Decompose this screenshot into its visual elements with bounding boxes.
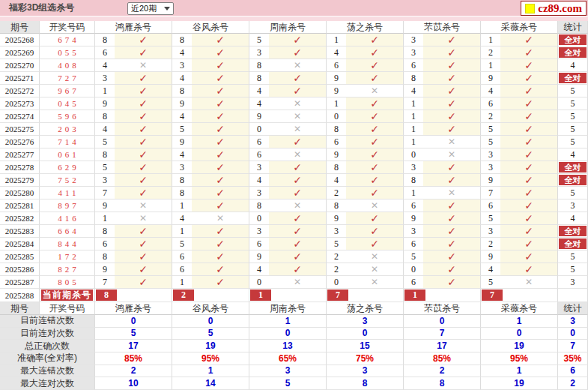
expert-kill-cell: 9✓	[481, 250, 558, 263]
kill-number: 3	[404, 225, 423, 237]
kill-number: 0	[327, 110, 346, 122]
draw-numbers: 844	[40, 238, 95, 250]
kill-number: 4	[481, 263, 500, 275]
period-cell: 2025278	[0, 161, 40, 174]
expert-kill-cell: 5✓	[95, 136, 172, 148]
expert-kill-cell: 2✓	[481, 46, 558, 59]
check-icon: ✓	[423, 161, 480, 173]
kill-table-row: 20252730459✓9✓4✕1✓1✓6✓5	[0, 98, 588, 110]
column-header: 谷风杀号	[172, 302, 249, 315]
check-icon: ✓	[269, 85, 326, 97]
stat-value: 6	[558, 365, 588, 378]
kill-number: 1	[327, 98, 346, 110]
cross-icon: ✕	[192, 212, 249, 224]
site-logo[interactable]: cz89.com	[521, 1, 587, 16]
cross-icon: ✕	[346, 263, 403, 275]
expert-kill-cell: 3✓	[172, 59, 249, 72]
stat-value: 3	[249, 365, 327, 378]
expert-kill-cell: 8✓	[404, 72, 481, 85]
kill-number: 8	[95, 110, 115, 122]
kill-number: 3	[249, 46, 269, 58]
kill-number: 4	[249, 174, 269, 186]
check-icon: ✓	[115, 110, 172, 122]
expert-kill-cell: 7✓	[95, 276, 172, 289]
expert-kill-cell: 6✓	[95, 46, 172, 59]
expert-kill-cell: 0✓	[327, 110, 404, 123]
kill-number: 8	[404, 72, 423, 84]
cross-icon: ✕	[269, 148, 326, 160]
stat-value: 5	[95, 328, 172, 340]
check-icon: ✓	[115, 238, 172, 250]
stat-value: 10	[95, 377, 172, 390]
kill-number: 9	[481, 72, 500, 84]
stat-value: 5	[172, 328, 249, 340]
expert-kill-cell: 9✓	[481, 174, 558, 187]
expert-kill-cell: 4✓	[481, 263, 558, 276]
kill-table-row: 20252797523✓8✓4✓4✓8✓9✓全对	[0, 174, 588, 187]
draw-numbers: 752	[40, 174, 95, 187]
expert-kill-cell: 3✓	[481, 161, 558, 174]
check-icon: ✓	[423, 85, 480, 97]
draw-numbers: 629	[40, 161, 95, 174]
check-icon: ✓	[423, 174, 480, 186]
kill-number: 0	[249, 212, 269, 224]
cross-icon: ✕	[115, 59, 172, 71]
row-stat-cell: 全对	[558, 225, 588, 238]
check-icon: ✓	[192, 174, 249, 186]
all-correct-badge: 全对	[559, 73, 587, 83]
kill-number: 4	[172, 212, 192, 224]
check-icon: ✓	[192, 46, 249, 58]
check-icon: ✓	[269, 187, 326, 199]
check-icon: ✓	[500, 174, 557, 186]
check-icon: ✓	[500, 212, 557, 224]
period-cell: 2025288	[0, 289, 40, 302]
expert-kill-cell: 8✓	[404, 174, 481, 187]
stats-row-label: 最大连错次数	[0, 365, 95, 378]
kill-table-row: 20252690556✓4✓3✓4✓3✓2✓全对	[0, 46, 588, 59]
kill-number: 6	[172, 250, 192, 262]
kill-number: 1	[327, 34, 346, 46]
kill-number: 8	[404, 174, 423, 186]
expert-kill-cell: 6✓	[249, 136, 327, 148]
period-cell: 2025284	[0, 238, 40, 250]
kill-number: 8	[172, 85, 192, 97]
expert-kill-cell: 0✕	[327, 276, 404, 289]
stat-value: 0	[558, 328, 588, 340]
stat-value: 19	[172, 340, 249, 352]
column-header: 期号	[0, 21, 40, 34]
kill-number: 8	[327, 161, 346, 173]
kill-number: 5	[249, 34, 269, 46]
check-icon: ✓	[346, 136, 403, 148]
check-icon: ✓	[423, 276, 480, 288]
kill-number: 1	[172, 276, 192, 288]
check-icon: ✓	[423, 200, 480, 212]
cross-icon: ✕	[269, 59, 326, 71]
expert-kill-cell: 1✓	[172, 200, 249, 212]
kill-number: 4	[327, 174, 346, 186]
stats-row-label: 准确率(全对率)	[0, 352, 95, 365]
row-stat-cell: 全对	[558, 238, 588, 250]
expert-kill-cell: 1✓	[327, 98, 404, 110]
expert-kill-cell: 4✓	[172, 110, 249, 123]
expert-kill-cell: 8✓	[95, 110, 172, 123]
kill-table-row: 20252745968✓4✓9✕0✓1✓2✓5	[0, 110, 588, 123]
check-icon: ✓	[423, 46, 480, 58]
check-icon: ✓	[346, 46, 403, 58]
kill-table-row: 20252851728✓6✓9✓2✕5✓9✓5	[0, 250, 588, 263]
range-select[interactable]: 近20期	[127, 2, 174, 15]
check-icon: ✓	[115, 72, 172, 84]
kill-number: 9	[95, 200, 115, 212]
stat-value: 2	[558, 377, 588, 390]
check-icon: ✓	[500, 123, 557, 135]
stat-value: 1	[249, 315, 327, 328]
expert-kill-cell: 5✓	[172, 123, 249, 136]
expert-kill-cell: 8✕	[327, 200, 404, 212]
stat-value: 5	[249, 377, 327, 390]
expert-kill-cell: 5✕	[481, 276, 558, 289]
row-stat-cell: 4	[558, 59, 588, 72]
check-icon: ✓	[192, 225, 249, 237]
kill-number: 6	[404, 238, 423, 250]
kill-number: 9	[172, 136, 192, 148]
kill-table-row: 20252717273✓4✓8✓9✓8✓9✓全对	[0, 72, 588, 85]
topbar: 福彩3D组选杀号 近20期 cz89.com	[0, 0, 588, 16]
